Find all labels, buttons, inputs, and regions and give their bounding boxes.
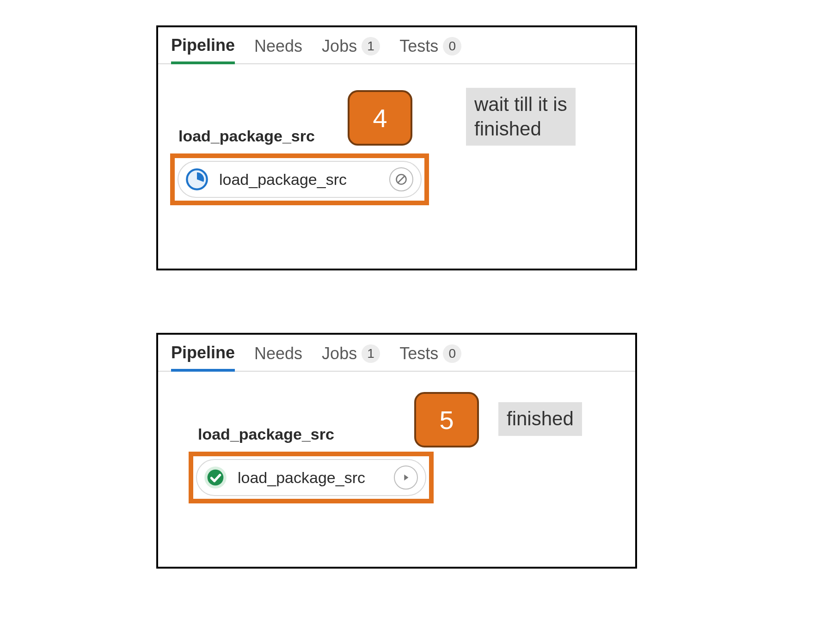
- tab-label: Needs: [254, 344, 302, 363]
- tab-bar: Pipeline Needs Jobs1 Tests0: [158, 335, 635, 372]
- tab-label: Tests: [399, 37, 438, 56]
- badge-count: 0: [443, 37, 461, 55]
- tab-bar: Pipeline Needs Jobs1 Tests0: [158, 27, 635, 64]
- callout-text: finished: [507, 408, 574, 429]
- tab-needs[interactable]: Needs: [254, 344, 302, 370]
- job-name: load_package_src: [219, 171, 379, 189]
- tab-needs[interactable]: Needs: [254, 37, 302, 62]
- highlight-box: load_package_src: [170, 153, 429, 205]
- tab-label: Needs: [254, 37, 302, 56]
- tab-pipeline[interactable]: Pipeline: [171, 36, 235, 64]
- pipeline-panel-running: Pipeline Needs Jobs1 Tests0 load_package…: [156, 25, 637, 270]
- tab-label: Jobs: [322, 37, 357, 56]
- badge-count: 1: [362, 344, 380, 363]
- step-marker: 5: [414, 392, 479, 447]
- pipeline-panel-finished: Pipeline Needs Jobs1 Tests0 load_package…: [156, 333, 637, 569]
- cancel-job-button[interactable]: [389, 167, 413, 191]
- callout-text: wait till it is finished: [474, 93, 567, 140]
- highlight-box: load_package_src: [189, 452, 434, 503]
- tab-label: Jobs: [322, 344, 357, 363]
- stage-area: load_package_src load_package_src: [158, 372, 635, 516]
- badge-count: 0: [443, 344, 461, 363]
- step-marker: 4: [348, 90, 412, 146]
- tab-pipeline[interactable]: Pipeline: [171, 343, 235, 372]
- job-name: load_package_src: [238, 469, 384, 487]
- tab-tests[interactable]: Tests0: [399, 37, 461, 62]
- svg-point-4: [208, 470, 224, 486]
- tab-jobs[interactable]: Jobs1: [322, 37, 380, 62]
- step-number: 5: [439, 405, 454, 435]
- retry-job-button[interactable]: [394, 466, 418, 490]
- badge-count: 1: [362, 37, 380, 55]
- tab-tests[interactable]: Tests0: [399, 344, 461, 370]
- tab-label: Tests: [399, 344, 438, 363]
- tab-label: Pipeline: [171, 36, 235, 55]
- callout: finished: [498, 402, 582, 436]
- status-passed-icon: [203, 466, 227, 490]
- step-number: 4: [373, 103, 387, 133]
- job-pill[interactable]: load_package_src: [178, 161, 422, 198]
- svg-line-2: [398, 176, 405, 183]
- tab-jobs[interactable]: Jobs1: [322, 344, 380, 370]
- job-pill[interactable]: load_package_src: [196, 459, 426, 496]
- tab-label: Pipeline: [171, 343, 235, 362]
- callout: wait till it is finished: [466, 88, 576, 146]
- status-running-icon: [185, 167, 209, 191]
